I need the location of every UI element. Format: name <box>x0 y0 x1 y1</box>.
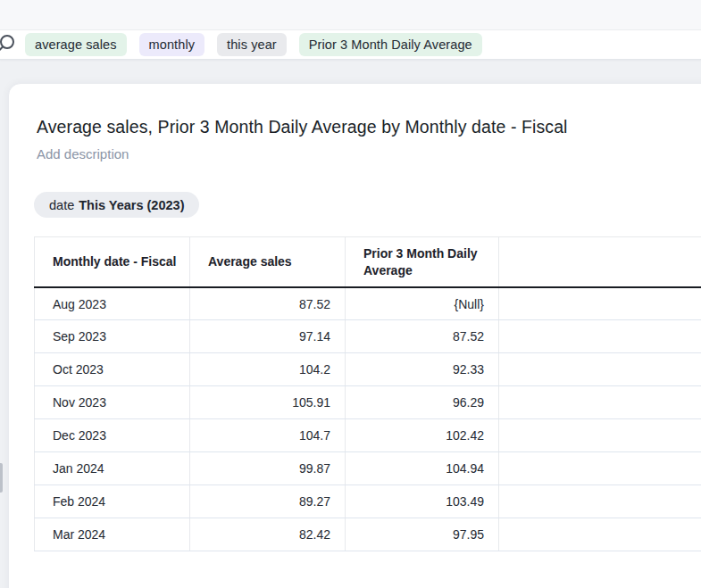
table-row: Feb 2024 89.27 103.49 <box>35 485 701 518</box>
table-row: Jan 2024 99.87 104.94 <box>35 452 701 485</box>
cell-date[interactable]: Nov 2023 <box>35 386 190 419</box>
table-row: Sep 2023 97.14 87.52 <box>35 320 701 353</box>
search-token-monthly[interactable]: monthly <box>139 33 204 56</box>
cell-date[interactable]: Oct 2023 <box>35 353 190 386</box>
cell-average-sales[interactable]: 104.7 <box>190 419 346 452</box>
cell-date[interactable]: Feb 2024 <box>35 485 190 518</box>
column-header-empty <box>499 237 701 287</box>
add-description-link[interactable]: Add description <box>37 146 701 161</box>
search-token-average-sales[interactable]: average sales <box>25 33 127 56</box>
cell-empty <box>499 386 701 419</box>
cell-prior-average[interactable]: 103.49 <box>346 485 499 518</box>
column-header-monthly-date-fiscal[interactable]: Monthly date - Fiscal <box>35 237 190 287</box>
cell-date[interactable]: Aug 2023 <box>35 287 190 320</box>
answer-title[interactable]: Average sales, Prior 3 Month Daily Avera… <box>37 117 701 137</box>
search-token-this-year[interactable]: this year <box>217 33 287 56</box>
answer-page: Average sales, Prior 3 Month Daily Avera… <box>0 61 701 588</box>
column-header-average-sales[interactable]: Average sales <box>190 237 346 287</box>
table-row: Nov 2023 105.91 96.29 <box>35 386 701 419</box>
filter-chip-date[interactable]: date This Years (2023) <box>34 192 199 218</box>
cell-empty <box>499 353 701 386</box>
cell-average-sales[interactable]: 89.27 <box>190 485 346 518</box>
table-row: Mar 2024 82.42 97.95 <box>35 518 701 551</box>
cell-prior-average[interactable]: 92.33 <box>346 353 499 386</box>
cell-empty <box>499 518 701 551</box>
filter-chip-field: date <box>49 198 74 212</box>
search-icon <box>0 33 17 56</box>
search-token-prior-3-month[interactable]: Prior 3 Month Daily Average <box>299 33 482 56</box>
search-bar[interactable]: average sales monthly this year Prior 3 … <box>0 29 701 60</box>
cell-empty <box>499 419 701 452</box>
cell-empty <box>499 485 701 518</box>
table-row: Aug 2023 87.52 {Null} <box>35 287 701 320</box>
results-table: Monthly date - Fiscal Average sales Prio… <box>34 236 701 551</box>
cell-empty <box>499 320 701 353</box>
answer-card: Average sales, Prior 3 Month Daily Avera… <box>8 83 701 588</box>
cell-date[interactable]: Jan 2024 <box>35 452 190 485</box>
window-chrome-strip <box>0 0 701 29</box>
cell-prior-average[interactable]: 97.95 <box>346 518 499 551</box>
filter-chip-value: This Years (2023) <box>79 198 184 212</box>
cell-empty <box>499 287 701 320</box>
left-edge-scroll-handle[interactable] <box>0 463 3 493</box>
cell-prior-average[interactable]: {Null} <box>346 287 499 320</box>
table-row: Dec 2023 104.7 102.42 <box>35 419 701 452</box>
cell-date[interactable]: Mar 2024 <box>35 518 190 551</box>
header-row: Monthly date - Fiscal Average sales Prio… <box>35 237 701 287</box>
cell-average-sales[interactable]: 87.52 <box>190 287 346 320</box>
cell-average-sales[interactable]: 82.42 <box>190 518 346 551</box>
cell-average-sales[interactable]: 105.91 <box>190 386 346 419</box>
results-table-body: Aug 2023 87.52 {Null} Sep 2023 97.14 87.… <box>35 287 701 551</box>
cell-average-sales[interactable]: 97.14 <box>190 320 346 353</box>
column-header-prior-3-month-daily-average[interactable]: Prior 3 Month Daily Average <box>346 237 499 287</box>
cell-prior-average[interactable]: 102.42 <box>346 419 499 452</box>
cell-average-sales[interactable]: 104.2 <box>190 353 346 386</box>
cell-date[interactable]: Dec 2023 <box>35 419 190 452</box>
cell-empty <box>499 452 701 485</box>
results-table-header: Monthly date - Fiscal Average sales Prio… <box>35 237 701 287</box>
cell-average-sales[interactable]: 99.87 <box>190 452 346 485</box>
cell-prior-average[interactable]: 96.29 <box>346 386 499 419</box>
cell-prior-average[interactable]: 87.52 <box>346 320 499 353</box>
cell-date[interactable]: Sep 2023 <box>35 320 190 353</box>
cell-prior-average[interactable]: 104.94 <box>346 452 499 485</box>
table-row: Oct 2023 104.2 92.33 <box>35 353 701 386</box>
